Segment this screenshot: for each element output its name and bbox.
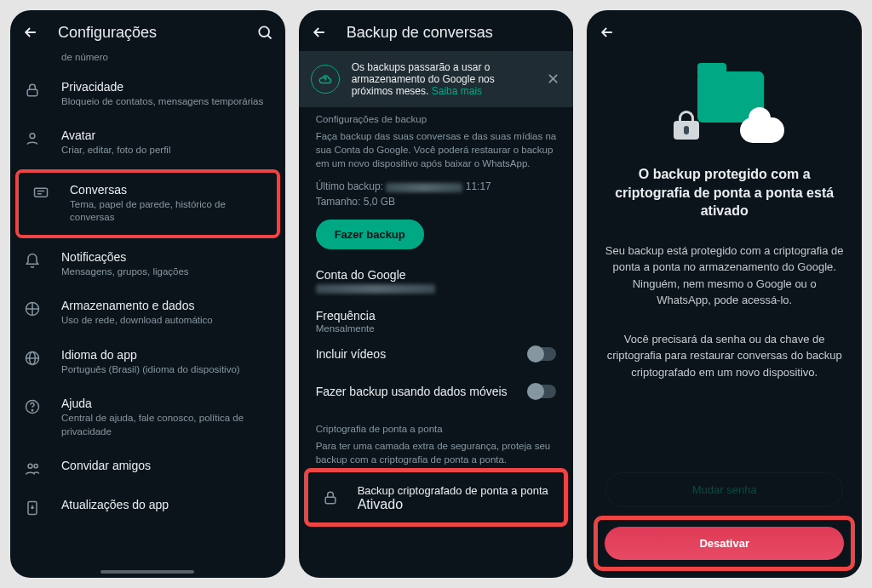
svg-rect-3 [35,188,48,197]
toggle-off[interactable] [527,347,556,361]
back-icon[interactable] [20,22,41,43]
google-account-row[interactable]: Conta do Google [299,261,574,294]
sidebar-item-updates[interactable]: Atualizações do app [10,488,285,527]
lock-icon [24,80,43,99]
close-icon[interactable]: ✕ [543,70,563,88]
mobile-data-row[interactable]: Fazer backup usando dados móveis [299,373,574,410]
svg-rect-12 [325,498,336,505]
e2e-backup-row[interactable]: Backup criptografado de ponta a ponta At… [308,472,565,522]
svg-point-8 [32,410,32,411]
section-label: Configurações de backup [299,107,574,126]
topbar: Backup de conversas [299,10,574,51]
last-backup: Último backup: 11:17 [299,179,574,194]
e2e-enabled-screen: O backup protegido com a criptografia de… [587,10,862,578]
backup-screen: Backup de conversas Os backups passarão … [299,10,574,578]
redacted-date [386,183,462,192]
update-icon [24,498,43,517]
settings-screen: Configurações de número Privacidade Bloq… [10,10,285,578]
svg-point-0 [259,26,269,37]
topbar [587,10,862,51]
backup-size: Tamanho: 5,0 GB [299,194,574,209]
storage-banner: Os backups passarão a usar o armazenamen… [299,51,574,107]
sidebar-item-notifications[interactable]: Notificações Mensagens, grupos, ligações [10,240,285,289]
list-item[interactable]: de número [10,51,285,70]
e2e-hint: Para ter uma camada extra de segurança, … [299,436,574,468]
disable-button[interactable]: Desativar [605,527,844,560]
e2e-para-1: Seu backup está protegido com a criptogr… [604,243,845,309]
sidebar-item-privacy[interactable]: Privacidade Bloqueio de contatos, mensag… [10,70,285,119]
disable-highlight: Desativar [594,516,855,571]
sidebar-item-storage[interactable]: Armazenamento e dados Uso de rede, downl… [10,288,285,338]
page-title: Backup de conversas [347,24,564,42]
backup-intro: Faça backup das suas conversas e das sua… [299,126,574,179]
backup-now-button[interactable]: Fazer backup [316,220,424,249]
frequency-row[interactable]: Frequência Mensalmente [299,295,574,335]
svg-rect-1 [27,89,37,96]
e2e-content: O backup protegido com a criptografia de… [587,51,862,402]
e2e-section-label: Criptografia de ponta a ponta [299,410,574,436]
svg-point-9 [28,464,32,468]
data-icon [24,299,43,317]
bell-icon [24,250,43,269]
include-videos-row[interactable]: Incluir vídeos [299,335,574,373]
chat-icon [32,183,51,202]
lock-icon [322,489,341,506]
sidebar-item-language[interactable]: Idioma do app Português (Brasil) (idioma… [10,338,285,387]
page-title: Configurações [58,24,238,42]
back-icon[interactable] [597,22,617,43]
sidebar-item-invite[interactable]: Convidar amigos [10,448,285,488]
redacted-account [316,284,435,294]
svg-point-10 [34,465,37,468]
sidebar-item-avatar[interactable]: Avatar Criar, editar, foto do perfil [10,118,285,168]
globe-icon [24,348,43,367]
sidebar-item-help[interactable]: Ajuda Central de ajuda, fale conosco, po… [10,386,285,448]
bottom-actions: Mudar senha Desativar [594,472,855,571]
learn-more-link[interactable]: Saiba mais [432,85,482,97]
cloud-upload-icon [311,65,340,94]
toggle-off[interactable] [527,385,556,398]
search-icon[interactable] [255,22,275,43]
e2e-heading: O backup protegido com a criptografia de… [604,165,845,220]
backup-content: Configurações de backup Faça backup das … [299,107,574,578]
help-icon [24,397,43,415]
avatar-icon [24,128,43,147]
e2e-backup-highlight: Backup criptografado de ponta a ponta At… [304,468,569,527]
invite-icon [24,459,43,477]
e2e-para-2: Você precisará da senha ou da chave de c… [604,331,845,381]
sidebar-item-chats[interactable]: Conversas Tema, papel de parede, históri… [15,169,280,238]
encrypted-backup-illustration [665,63,784,148]
home-indicator [100,570,194,574]
settings-list: de número Privacidade Bloqueio de contat… [10,51,285,578]
banner-text: Os backups passarão a usar o armazenamen… [352,61,532,97]
svg-point-2 [30,134,35,139]
topbar: Configurações [10,10,285,51]
change-password-button[interactable]: Mudar senha [605,472,843,507]
back-icon[interactable] [309,22,330,43]
